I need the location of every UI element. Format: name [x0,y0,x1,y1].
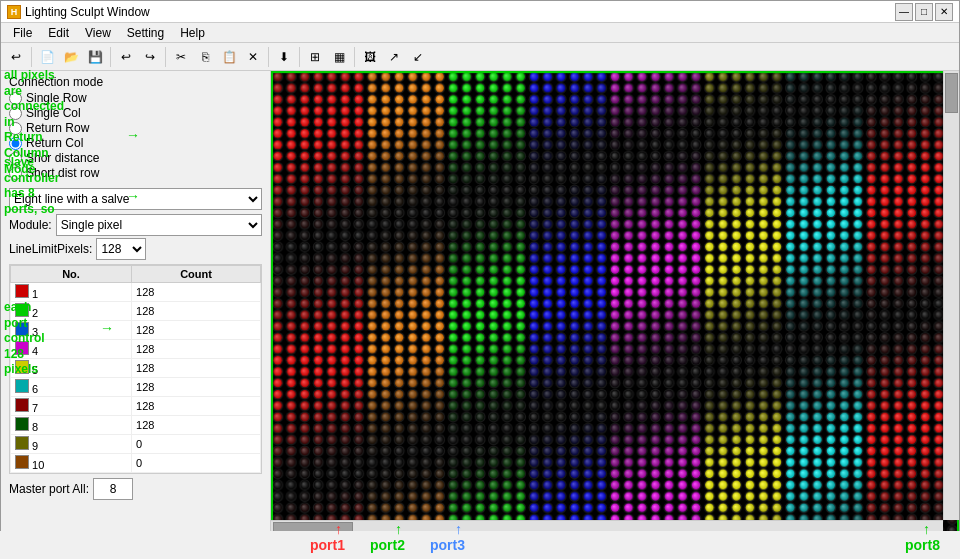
paste-button[interactable]: 📋 [218,46,240,68]
download-button[interactable]: ⬇ [273,46,295,68]
maximize-button[interactable]: □ [915,3,933,21]
radio-single-col[interactable]: Single Col [9,106,262,120]
horizontal-scrollbar[interactable] [271,520,943,536]
port-color-swatch [15,379,29,393]
menu-item-edit[interactable]: Edit [40,24,77,42]
port-color-swatch [15,284,29,298]
port-count-cell: 128 [132,359,261,378]
connection-mode-section: Connection mode Single Row Single Col Re… [1,71,270,184]
port-no-cell: 2 [11,302,132,321]
window-title: Lighting Sculpt Window [25,5,895,19]
toolbar-separator-4 [268,47,269,67]
master-port-label: Master port All: [9,482,89,496]
export-button[interactable]: ↗ [383,46,405,68]
slave-dropdown[interactable]: Eight line with a salve [9,188,262,210]
radio-short-dist-row[interactable]: Short dist row [9,166,262,180]
menu-item-help[interactable]: Help [172,24,213,42]
port-color-swatch [15,303,29,317]
import-button[interactable]: ↙ [407,46,429,68]
table-row[interactable]: 2 128 [11,302,261,321]
table-row[interactable]: 3 128 [11,321,261,340]
master-port-input[interactable] [93,478,133,500]
menu-item-view[interactable]: View [77,24,119,42]
grid-button[interactable]: ⊞ [304,46,326,68]
main-window: H Lighting Sculpt Window — □ ✕ FileEditV… [0,0,960,559]
radio-single-col-label: Single Col [26,106,81,120]
vertical-scrollbar[interactable] [943,71,959,520]
table-row[interactable]: 9 0 [11,435,261,454]
port-table: No. Count 1 128 2 128 [9,264,262,474]
new-button[interactable]: 📄 [36,46,58,68]
minimize-button[interactable]: — [895,3,913,21]
port-no-cell: 10 [11,454,132,473]
col-no: No. [11,266,132,283]
right-panel [271,71,959,536]
port-no-cell: 5 [11,359,132,378]
toolbar-separator-3 [165,47,166,67]
canvas-area [271,71,959,536]
module-label: Module: [9,218,52,232]
open-button[interactable]: 📂 [60,46,82,68]
table-row[interactable]: 4 128 [11,340,261,359]
radio-return-row[interactable]: Return Row [9,121,262,135]
status-bar: Ready X: 26 ,Y: 1 Width: 51 ,Height: 41 … [1,536,959,558]
table-row[interactable]: 10 0 [11,454,261,473]
save-button[interactable]: 💾 [84,46,106,68]
left-panel: Connection mode Single Row Single Col Re… [1,71,271,536]
port-count-cell: 128 [132,340,261,359]
undo2-button[interactable]: ↩ [115,46,137,68]
menu-item-setting[interactable]: Setting [119,24,172,42]
port-data-table: No. Count 1 128 2 128 [10,265,261,474]
master-port-row: Master port All: [9,478,262,500]
radio-short-dist-row-label: Short dist row [26,166,99,180]
copy-button[interactable]: ⎘ [194,46,216,68]
table-row[interactable]: 8 128 [11,416,261,435]
radio-return-col-label: Return Col [26,136,83,150]
horizontal-scroll-thumb[interactable] [273,522,353,535]
app-icon: H [7,5,21,19]
radio-return-col[interactable]: Return Col [9,136,262,150]
module-select[interactable]: Single pixel [56,214,262,236]
port-no-cell: 7 [11,397,132,416]
toolbar: ↩ 📄 📂 💾 ↩ ↪ ✂ ⎘ 📋 ✕ ⬇ ⊞ ▦ 🖼 ↗ ↙ [1,43,959,71]
table-row[interactable]: 7 128 [11,397,261,416]
connection-mode-radio-group: Single Row Single Col Return Row Return … [9,91,262,180]
status-node: No.: 7, Pixel: 33 [259,541,344,555]
toolbar-separator-6 [354,47,355,67]
radio-return-row-label: Return Row [26,121,89,135]
status-dimensions: Width: 51 ,Height: 41 [131,541,243,555]
line-limit-label: LineLimitPixels: [9,242,92,256]
table-row[interactable]: 11 0 [11,473,261,475]
status-ready: Ready [9,541,44,555]
port-no-cell: 6 [11,378,132,397]
radio-shor-distance[interactable]: Shor distance [9,151,262,165]
delete-button[interactable]: ✕ [242,46,264,68]
undo-button[interactable]: ↩ [5,46,27,68]
table-row[interactable]: 6 128 [11,378,261,397]
port-color-swatch [15,398,29,412]
module-row: Module: Single pixel [9,214,262,236]
line-limit-select[interactable]: 128 64 256 [96,238,146,260]
port-color-swatch [15,436,29,450]
table-row[interactable]: 1 128 [11,283,261,302]
port-count-cell: 128 [132,283,261,302]
menu-item-file[interactable]: File [5,24,40,42]
close-button[interactable]: ✕ [935,3,953,21]
redo-button[interactable]: ↪ [139,46,161,68]
image-button[interactable]: 🖼 [359,46,381,68]
vertical-scroll-thumb[interactable] [945,73,958,113]
col-count: Count [132,266,261,283]
radio-shor-distance-label: Shor distance [26,151,99,165]
window-controls: — □ ✕ [895,3,953,21]
grid2-button[interactable]: ▦ [328,46,350,68]
menu-bar: FileEditViewSettingHelp [1,23,959,43]
port-count-cell: 128 [132,416,261,435]
cut-button[interactable]: ✂ [170,46,192,68]
port-color-swatch [15,360,29,374]
radio-single-row[interactable]: Single Row [9,91,262,105]
port-no-cell: 3 [11,321,132,340]
toolbar-separator-2 [110,47,111,67]
table-row[interactable]: 5 128 [11,359,261,378]
toolbar-separator-5 [299,47,300,67]
port-count-cell: 0 [132,435,261,454]
